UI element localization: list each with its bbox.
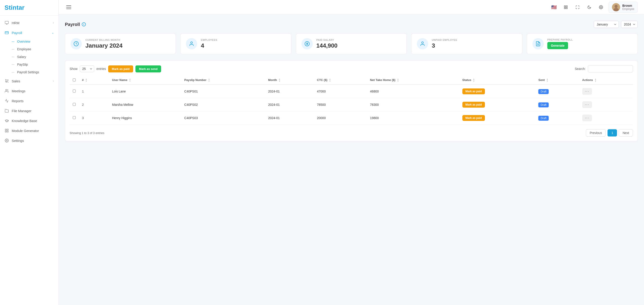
previous-button[interactable]: Previous (586, 129, 606, 136)
row-user-name: Marsha Mellow (109, 98, 181, 111)
table-row: 2 Marsha Mellow C40PS02 2024-01 78500 78… (70, 98, 633, 111)
row-mark-paid-button[interactable]: Mark as paid (462, 115, 485, 121)
overview-label: Overview (17, 40, 30, 43)
header-user-name: User Name ▲▼ (109, 76, 181, 85)
svg-rect-0 (5, 21, 8, 24)
page-title: Payroll i (65, 22, 86, 27)
sidebar-item-sales[interactable]: Sales › (0, 76, 58, 86)
sidebar-item-meetings-label: Meetings (12, 89, 54, 93)
menu-toggle-button[interactable] (65, 4, 72, 10)
row-net-take-home: 19800 (367, 111, 459, 125)
prepare-payroll-body: PREPARE PAYROLL Generate (547, 38, 632, 49)
sidebar-item-salary[interactable]: Salary (12, 53, 58, 61)
employees-body: EMPLOYEES 4 (201, 39, 286, 49)
sidebar-item-module-generator[interactable]: Module Generator (0, 126, 58, 136)
search-input[interactable] (588, 65, 633, 72)
sidebar-item-knowledge-base-label: Knowledge Base (12, 119, 54, 123)
page-filters: January February March April May June Ju… (594, 21, 638, 28)
entries-select[interactable]: 25 10 50 100 (80, 65, 94, 72)
sidebar-item-hrm[interactable]: HRM › (0, 18, 58, 28)
row-actions: ··· (579, 98, 633, 111)
year-filter[interactable]: 2024 2023 2022 (621, 21, 638, 28)
employees-card: EMPLOYEES 4 (180, 33, 291, 54)
header-num: # ▲▼ (79, 76, 109, 85)
paid-salary-card: PAID SALARY 144,900 (296, 33, 407, 54)
billing-month-icon (70, 38, 82, 49)
row-mark-paid-button[interactable]: Mark as paid (462, 102, 485, 108)
sidebar-item-payslip[interactable]: PaySlip (12, 61, 58, 68)
content-area: Payroll i January February March April M… (58, 15, 644, 305)
sidebar-item-employee[interactable]: Employee (12, 45, 58, 53)
showing-text: Showing 1 to 3 of 3 entries (70, 131, 104, 135)
row-actions-button[interactable]: ··· (582, 88, 592, 95)
sidebar-item-payroll-settings[interactable]: Payroll Settings (12, 68, 58, 76)
svg-rect-1 (5, 32, 8, 34)
unpaid-employee-value: 3 (432, 42, 516, 49)
billing-month-card: CURRENT BILLING MONTH January 2024 (65, 33, 176, 54)
sort-month-icon[interactable]: ▲▼ (279, 78, 280, 82)
sidebar-item-settings[interactable]: Settings (0, 136, 58, 146)
meetings-icon (4, 89, 9, 93)
sort-sent-icon[interactable]: ▲▼ (546, 78, 548, 82)
row-mark-paid-button[interactable]: Mark as paid (462, 88, 485, 94)
paid-salary-value: 144,900 (316, 42, 401, 49)
row-checkbox-cell (70, 98, 79, 111)
grid-icon[interactable] (562, 3, 570, 11)
sidebar-item-meetings[interactable]: Meetings (0, 86, 58, 96)
employees-value: 4 (201, 42, 286, 49)
row-checkbox-cell (70, 85, 79, 98)
table-controls-left: Show 25 10 50 100 entries Mark as paid M… (70, 65, 161, 72)
unpaid-employee-card: UNPAID EMPLOYEE 3 (411, 33, 522, 54)
row-checkbox-2[interactable] (73, 116, 76, 119)
hrm-icon (4, 21, 9, 25)
reports-icon (4, 99, 9, 103)
row-checkbox-1[interactable] (73, 103, 76, 106)
sort-status-icon[interactable]: ▲▼ (473, 78, 475, 82)
table-row: 1 Lois Lane C40PS01 2024-01 47000 46800 … (70, 85, 633, 98)
page-title-text: Payroll (65, 22, 80, 27)
month-filter[interactable]: January February March April May June Ju… (594, 21, 619, 28)
row-status: Mark as paid (459, 85, 536, 98)
sidebar-item-knowledge-base[interactable]: Knowledge Base (0, 116, 58, 126)
sort-ctc-icon[interactable]: ▲▼ (329, 78, 331, 82)
sort-num-icon[interactable]: ▲▼ (86, 78, 87, 82)
sidebar-item-payroll[interactable]: Payroll ⌄ (0, 28, 58, 38)
sort-user-name-icon[interactable]: ▲▼ (129, 78, 131, 82)
page-1-button[interactable]: 1 (608, 129, 617, 136)
gear-icon[interactable] (597, 3, 605, 11)
dark-mode-icon[interactable] (585, 3, 593, 11)
header-month: Month ▲▼ (265, 76, 314, 85)
info-icon[interactable]: i (82, 22, 86, 26)
row-actions-button[interactable]: ··· (582, 115, 592, 121)
chevron-right-sales-icon: › (53, 79, 54, 83)
sidebar-item-file-manager-label: File Manager (12, 109, 54, 113)
mark-as-paid-button[interactable]: Mark as paid (108, 65, 133, 72)
svg-rect-5 (5, 129, 6, 130)
sidebar-item-overview[interactable]: Overview (12, 38, 58, 45)
mark-as-send-button[interactable]: Mark as send (136, 65, 161, 72)
user-profile-badge[interactable]: Brown Employee (608, 2, 638, 13)
language-flag[interactable]: 🇺🇸 (550, 3, 558, 11)
chevron-down-icon: ⌄ (52, 31, 54, 34)
row-payslip-number: C40PS01 (181, 85, 265, 98)
row-net-take-home: 78300 (367, 98, 459, 111)
row-user-name: Henry Higgins (109, 111, 181, 125)
svg-rect-6 (7, 129, 8, 130)
next-button[interactable]: Next (619, 129, 633, 136)
generate-button[interactable]: Generate (547, 42, 568, 49)
sidebar-item-reports-label: Reports (12, 99, 54, 103)
sort-net-take-home-icon[interactable]: ▲▼ (397, 78, 399, 82)
logo: Stintar (0, 0, 58, 16)
sort-actions-icon[interactable]: ▲▼ (595, 78, 596, 82)
expand-icon[interactable] (574, 3, 582, 11)
sort-payslip-icon[interactable]: ▲▼ (208, 78, 210, 82)
hamburger-line-2 (66, 7, 71, 8)
sidebar-item-reports[interactable]: Reports (0, 96, 58, 106)
header-payslip-number: Payslip Number ▲▼ (181, 76, 265, 85)
settings-icon (4, 138, 9, 143)
svg-point-14 (600, 7, 602, 8)
sidebar-item-file-manager[interactable]: File Manager (0, 106, 58, 116)
select-all-checkbox[interactable] (73, 79, 76, 81)
row-actions-button[interactable]: ··· (582, 101, 592, 108)
row-checkbox-0[interactable] (73, 90, 76, 93)
